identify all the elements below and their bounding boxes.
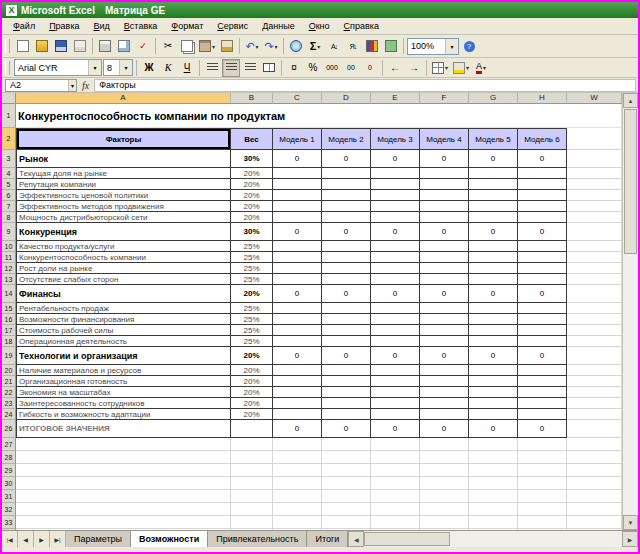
- cell-D7[interactable]: [322, 201, 371, 212]
- menu-item-7[interactable]: Данные: [255, 20, 302, 32]
- row-header-22[interactable]: 22: [2, 387, 16, 398]
- cell-H29[interactable]: [518, 464, 567, 477]
- row-header-33[interactable]: 33: [2, 516, 16, 529]
- cell-D5[interactable]: [322, 179, 371, 190]
- redo-dropdown-icon[interactable]: ▾: [275, 43, 278, 50]
- cell-F13[interactable]: [420, 274, 469, 285]
- cell-B14[interactable]: 20%: [231, 285, 273, 303]
- cell-H28[interactable]: [518, 451, 567, 464]
- bold-button[interactable]: Ж: [140, 59, 158, 77]
- comma-style-button[interactable]: 000: [323, 59, 341, 77]
- row-header-9[interactable]: 9: [2, 223, 16, 241]
- row-header-5[interactable]: 5: [2, 179, 16, 190]
- row-header-23[interactable]: 23: [2, 398, 16, 409]
- cell-E16[interactable]: [371, 314, 420, 325]
- print-preview-button[interactable]: [115, 37, 133, 55]
- row-header-13[interactable]: 13: [2, 274, 16, 285]
- cell-W34[interactable]: [567, 529, 622, 530]
- row-header-2[interactable]: 2: [2, 128, 16, 150]
- cell-G34[interactable]: [469, 529, 518, 530]
- cell-C30[interactable]: [273, 477, 322, 490]
- menu-item-2[interactable]: Правка: [42, 20, 86, 32]
- cell-G31[interactable]: [469, 490, 518, 503]
- align-left-button[interactable]: [203, 59, 221, 77]
- scroll-up-button[interactable]: ▲: [623, 93, 638, 108]
- cell-F27[interactable]: [420, 438, 469, 451]
- cell-E7[interactable]: [371, 201, 420, 212]
- cell-G27[interactable]: [469, 438, 518, 451]
- cell-E5[interactable]: [371, 179, 420, 190]
- cell-W20[interactable]: [567, 365, 622, 376]
- cell-H24[interactable]: [518, 409, 567, 420]
- cell-F12[interactable]: [420, 263, 469, 274]
- cell-B12[interactable]: 25%: [231, 263, 273, 274]
- cell-A15[interactable]: Рентабельность продаж: [16, 303, 231, 314]
- row-header-1[interactable]: 1: [2, 104, 16, 128]
- cell-C31[interactable]: [273, 490, 322, 503]
- save-button[interactable]: [52, 37, 70, 55]
- cell-G24[interactable]: [469, 409, 518, 420]
- cell-C16[interactable]: [273, 314, 322, 325]
- cell-H14[interactable]: 0: [518, 285, 567, 303]
- cell-C7[interactable]: [273, 201, 322, 212]
- row-header-21[interactable]: 21: [2, 376, 16, 387]
- cell-D20[interactable]: [322, 365, 371, 376]
- cell-F31[interactable]: [420, 490, 469, 503]
- cell-W22[interactable]: [567, 387, 622, 398]
- cell-C15[interactable]: [273, 303, 322, 314]
- cell-W31[interactable]: [567, 490, 622, 503]
- cell-E10[interactable]: [371, 241, 420, 252]
- cell-G9[interactable]: 0: [469, 223, 518, 241]
- cell-G18[interactable]: [469, 336, 518, 347]
- cell-G14[interactable]: 0: [469, 285, 518, 303]
- scroll-down-button[interactable]: ▼: [623, 515, 638, 530]
- menu-item-1[interactable]: Файл: [6, 20, 42, 32]
- column-header-H[interactable]: H: [518, 93, 567, 104]
- cell-E30[interactable]: [371, 477, 420, 490]
- cell-D33[interactable]: [322, 516, 371, 529]
- cell-C27[interactable]: [273, 438, 322, 451]
- prev-sheet-button[interactable]: ◀: [18, 531, 34, 547]
- merge-center-button[interactable]: [260, 59, 278, 77]
- cell-F7[interactable]: [420, 201, 469, 212]
- cell-G30[interactable]: [469, 477, 518, 490]
- cell-E32[interactable]: [371, 503, 420, 516]
- row-header-26[interactable]: 26: [2, 420, 16, 438]
- cell-C8[interactable]: [273, 212, 322, 223]
- cell-H4[interactable]: [518, 168, 567, 179]
- cell-W26[interactable]: [567, 420, 622, 438]
- cell-B26[interactable]: [231, 420, 273, 438]
- cell-G17[interactable]: [469, 325, 518, 336]
- borders-button[interactable]: ▾: [430, 59, 450, 77]
- cell-F15[interactable]: [420, 303, 469, 314]
- spelling-button[interactable]: ✓: [134, 37, 152, 55]
- cell-C18[interactable]: [273, 336, 322, 347]
- cell-D34[interactable]: [322, 529, 371, 530]
- cell-H18[interactable]: [518, 336, 567, 347]
- cell-A5[interactable]: Репутация компании: [16, 179, 231, 190]
- borders-dropdown-icon[interactable]: ▾: [445, 64, 448, 71]
- cell-C9[interactable]: 0: [273, 223, 322, 241]
- cell-F32[interactable]: [420, 503, 469, 516]
- cell-F14[interactable]: 0: [420, 285, 469, 303]
- cell-W11[interactable]: [567, 252, 622, 263]
- cell-E4[interactable]: [371, 168, 420, 179]
- cell-B32[interactable]: [231, 503, 273, 516]
- cell-E31[interactable]: [371, 490, 420, 503]
- cell-E26[interactable]: 0: [371, 420, 420, 438]
- cell-A20[interactable]: Наличие материалов и ресурсов: [16, 365, 231, 376]
- cell-B22[interactable]: 20%: [231, 387, 273, 398]
- cell-G13[interactable]: [469, 274, 518, 285]
- cell-W16[interactable]: [567, 314, 622, 325]
- cell-G22[interactable]: [469, 387, 518, 398]
- cell-W2[interactable]: [567, 128, 622, 150]
- font-size-combo[interactable]: 8▾: [103, 59, 133, 76]
- cell-B33[interactable]: [231, 516, 273, 529]
- cell-W9[interactable]: [567, 223, 622, 241]
- cell-W4[interactable]: [567, 168, 622, 179]
- align-right-button[interactable]: [241, 59, 259, 77]
- fill-color-button[interactable]: ▾: [451, 59, 471, 77]
- cell-A32[interactable]: [16, 503, 231, 516]
- cell-G32[interactable]: [469, 503, 518, 516]
- zoom-combo-dropdown-icon[interactable]: ▾: [445, 39, 458, 54]
